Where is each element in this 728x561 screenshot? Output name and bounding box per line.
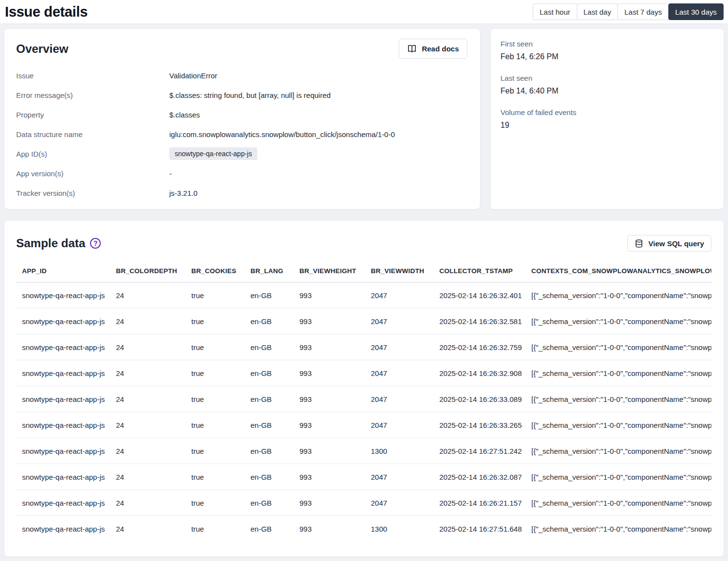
table-cell: en-GB bbox=[245, 360, 294, 386]
table-cell: 24 bbox=[110, 412, 185, 438]
overview-field-row-app-version-s: App version(s)- bbox=[16, 164, 467, 183]
column-header-app-id: APP_ID bbox=[16, 261, 110, 282]
table-row: snowtype-qa-react-app-js24trueen-GB99320… bbox=[16, 308, 711, 334]
table-body: snowtype-qa-react-app-js24trueen-GB99320… bbox=[16, 282, 711, 542]
table-cell: snowtype-qa-react-app-js bbox=[16, 386, 110, 412]
table-cell: en-GB bbox=[245, 386, 294, 412]
overview-heading: Overview bbox=[16, 42, 68, 56]
table-cell: 993 bbox=[294, 464, 365, 490]
table-cell: snowtype-qa-react-app-js bbox=[16, 438, 110, 464]
table-cell: true bbox=[185, 386, 245, 412]
table-cell: 993 bbox=[294, 308, 365, 334]
page-title: Issue details bbox=[5, 4, 88, 20]
database-icon bbox=[635, 239, 643, 248]
table-cell: 993 bbox=[294, 386, 365, 412]
table-cell: true bbox=[185, 360, 245, 386]
summary-value: Feb 14, 6:40 PM bbox=[500, 87, 714, 95]
summary-item-last-seen: Last seenFeb 14, 6:40 PM bbox=[500, 74, 714, 95]
summary-value: Feb 14, 6:26 PM bbox=[500, 52, 714, 61]
sample-data-heading-label: Sample data bbox=[16, 236, 85, 250]
summary-value: 19 bbox=[500, 121, 714, 130]
summary-label: First seen bbox=[500, 40, 714, 48]
table-cell: snowtype-qa-react-app-js bbox=[16, 282, 110, 308]
app-id-pill: snowtype-qa-react-app-js bbox=[169, 147, 257, 160]
table-cell: en-GB bbox=[245, 464, 294, 490]
table-cell: [{"_schema_version":"1-0-0","componentNa… bbox=[525, 464, 711, 490]
sample-data-table: APP_IDBR_COLORDEPTHBR_COOKIESBR_LANGBR_V… bbox=[16, 261, 711, 542]
time-range-group: Last hourLast dayLast 7 daysLast 30 days bbox=[533, 3, 724, 20]
table-cell: 1300 bbox=[365, 438, 433, 464]
table-cell: snowtype-qa-react-app-js bbox=[16, 516, 110, 542]
sample-data-heading: Sample data ? bbox=[16, 236, 101, 250]
table-cell: 2047 bbox=[365, 334, 433, 360]
table-cell: en-GB bbox=[245, 282, 294, 308]
summary-item-volume-of-failed-events: Volume of failed events19 bbox=[500, 108, 714, 130]
time-range-button-last-7-days[interactable]: Last 7 days bbox=[617, 3, 669, 20]
table-cell: true bbox=[185, 334, 245, 360]
table-cell: 24 bbox=[110, 386, 185, 412]
table-cell: snowtype-qa-react-app-js bbox=[16, 308, 110, 334]
table-cell: 24 bbox=[110, 490, 185, 516]
table-cell: 1300 bbox=[365, 516, 433, 542]
overview-field-row-app-id-s: App ID(s)snowtype-qa-react-app-js bbox=[16, 144, 467, 164]
table-row: snowtype-qa-react-app-js24trueen-GB99320… bbox=[16, 490, 711, 516]
table-cell: 2047 bbox=[365, 308, 433, 334]
table-cell: [{"_schema_version":"1-0-0","componentNa… bbox=[525, 334, 711, 360]
table-cell: snowtype-qa-react-app-js bbox=[16, 412, 110, 438]
time-range-button-last-day[interactable]: Last day bbox=[577, 3, 618, 20]
table-cell: 2025-02-14 16:26:33.089 bbox=[433, 386, 525, 412]
table-row: snowtype-qa-react-app-js24trueen-GB99313… bbox=[16, 438, 711, 464]
view-sql-query-label: View SQL query bbox=[648, 239, 704, 248]
table-cell: 24 bbox=[110, 516, 185, 542]
summary-label: Volume of failed events bbox=[500, 108, 714, 117]
sample-data-card: Sample data ? View SQL query APP_IDBR_CO… bbox=[4, 220, 724, 557]
summary-item-first-seen: First seenFeb 14, 6:26 PM bbox=[500, 40, 714, 61]
table-cell: en-GB bbox=[245, 516, 294, 542]
top-row: Overview Read docs IssueValidationErrorE… bbox=[4, 28, 724, 210]
time-range-button-last-30-days[interactable]: Last 30 days bbox=[668, 3, 724, 20]
table-cell: 2025-02-14 16:26:33.265 bbox=[433, 412, 525, 438]
help-icon[interactable]: ? bbox=[90, 238, 101, 249]
main-content: Overview Read docs IssueValidationErrorE… bbox=[0, 24, 728, 561]
column-header-br-colordepth: BR_COLORDEPTH bbox=[110, 261, 185, 282]
table-row: snowtype-qa-react-app-js24trueen-GB99320… bbox=[16, 412, 711, 438]
table-cell: true bbox=[185, 412, 245, 438]
column-header-br-viewwidth: BR_VIEWWIDTH bbox=[365, 261, 433, 282]
time-range-button-last-hour[interactable]: Last hour bbox=[533, 3, 577, 20]
table-cell: 24 bbox=[110, 360, 185, 386]
field-value: iglu:com.snowplowanalytics.snowplow/butt… bbox=[169, 130, 467, 139]
table-cell: snowtype-qa-react-app-js bbox=[16, 490, 110, 516]
column-header-contexts-com-snowplowanalytics-snowplow: CONTEXTS_COM_SNOWPLOWANALYTICS_SNOWPLOW_ bbox=[525, 261, 711, 282]
table-cell: true bbox=[185, 516, 245, 542]
read-docs-button[interactable]: Read docs bbox=[399, 39, 467, 59]
overview-field-row-data-structure-name: Data structure nameiglu:com.snowplowanal… bbox=[16, 124, 467, 144]
table-row: snowtype-qa-react-app-js24trueen-GB99320… bbox=[16, 282, 711, 308]
table-cell: 993 bbox=[294, 360, 365, 386]
table-cell: en-GB bbox=[245, 438, 294, 464]
column-header-br-viewheight: BR_VIEWHEIGHT bbox=[294, 261, 365, 282]
table-cell: 993 bbox=[294, 438, 365, 464]
field-value: js-3.21.0 bbox=[169, 189, 467, 197]
table-cell: 993 bbox=[294, 334, 365, 360]
table-row: snowtype-qa-react-app-js24trueen-GB99320… bbox=[16, 386, 711, 412]
table-cell: 2025-02-14 16:27:51.242 bbox=[433, 438, 525, 464]
book-icon bbox=[407, 44, 417, 53]
table-cell: en-GB bbox=[245, 334, 294, 360]
table-cell: [{"_schema_version":"1-0-0","componentNa… bbox=[525, 282, 711, 308]
read-docs-label: Read docs bbox=[422, 45, 459, 53]
table-cell: [{"_schema_version":"1-0-0","componentNa… bbox=[525, 308, 711, 334]
table-cell: true bbox=[185, 282, 245, 308]
table-cell: 993 bbox=[294, 412, 365, 438]
column-header-collector-tstamp: COLLECTOR_TSTAMP bbox=[433, 261, 525, 282]
field-value: snowtype-qa-react-app-js bbox=[169, 147, 467, 160]
sample-data-table-wrap[interactable]: APP_IDBR_COLORDEPTHBR_COOKIESBR_LANGBR_V… bbox=[16, 261, 711, 542]
table-cell: 993 bbox=[294, 516, 365, 542]
table-cell: 24 bbox=[110, 438, 185, 464]
table-cell: 2025-02-14 16:26:32.401 bbox=[433, 282, 525, 308]
view-sql-query-button[interactable]: View SQL query bbox=[627, 235, 711, 252]
table-cell: [{"_schema_version":"1-0-0","componentNa… bbox=[525, 386, 711, 412]
field-label: Tracker version(s) bbox=[16, 189, 169, 197]
table-cell: snowtype-qa-react-app-js bbox=[16, 464, 110, 490]
table-cell: 2025-02-14 16:26:32.908 bbox=[433, 360, 525, 386]
summary-card: First seenFeb 14, 6:26 PMLast seenFeb 14… bbox=[490, 28, 724, 210]
